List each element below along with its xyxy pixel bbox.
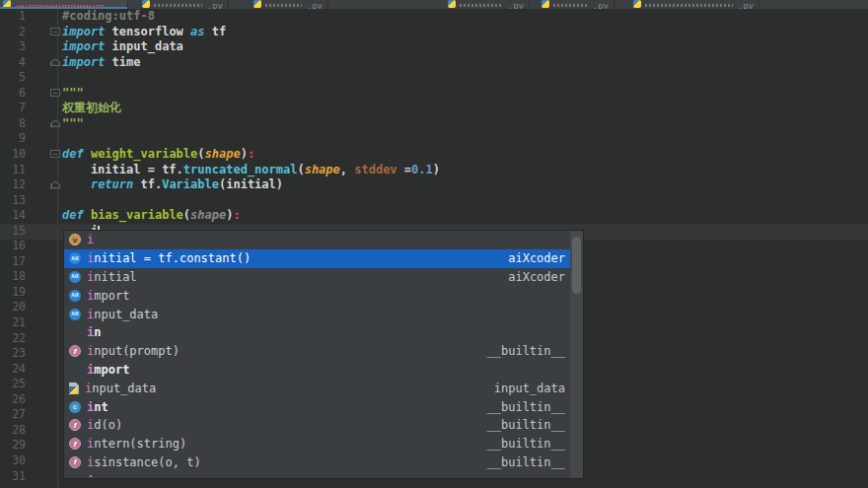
code-line[interactable]: import input_data bbox=[62, 39, 183, 55]
line-number[interactable]: 22 bbox=[2, 331, 26, 347]
completion-item-label: intern(string) bbox=[87, 437, 186, 451]
line-number[interactable]: 1 bbox=[2, 9, 26, 25]
line-number[interactable]: 19 bbox=[2, 285, 26, 301]
completion-item[interactable]: finput(prompt)__builtin__ bbox=[64, 342, 583, 361]
tab-label-suffix: .py bbox=[207, 1, 223, 9]
completion-item[interactable]: AiXinitialaiXcoder bbox=[64, 268, 583, 287]
code-line[interactable]: import time bbox=[62, 55, 140, 71]
code-token: import bbox=[62, 55, 105, 69]
completion-item-label: initial = tf.constant() bbox=[87, 251, 251, 265]
line-number[interactable]: 16 bbox=[2, 239, 26, 254]
fold-end-icon[interactable] bbox=[50, 58, 60, 66]
tab-file[interactable]: .py bbox=[229, 0, 328, 9]
code-token: ) bbox=[433, 163, 440, 176]
completion-item[interactable]: import bbox=[64, 361, 583, 380]
completion-item-label: initial bbox=[87, 270, 137, 284]
fold-end-icon[interactable] bbox=[50, 119, 60, 127]
code-token: import bbox=[62, 39, 105, 53]
line-number[interactable]: 4 bbox=[2, 55, 26, 71]
code-line[interactable]: initial = tf.truncated_normal(shape, std… bbox=[62, 163, 440, 178]
completion-item[interactable]: in bbox=[64, 323, 583, 342]
completion-item[interactable]: fintern(string)__builtin__ bbox=[64, 435, 583, 453]
line-number[interactable]: 27 bbox=[2, 407, 26, 423]
function-icon: f bbox=[69, 456, 81, 468]
tab-file[interactable]: .py bbox=[530, 0, 615, 9]
code-line[interactable]: def bias_variable(shape): bbox=[62, 208, 241, 224]
line-number[interactable]: 29 bbox=[2, 438, 26, 453]
code-line[interactable]: """ bbox=[62, 116, 84, 132]
line-number[interactable]: 5 bbox=[2, 70, 26, 86]
completion-item-rest: d(o) bbox=[94, 418, 122, 432]
line-number[interactable]: 10 bbox=[2, 147, 26, 163]
completion-item[interactable]: fid(o)__builtin__ bbox=[64, 416, 583, 435]
line-number[interactable]: 12 bbox=[2, 177, 26, 193]
completion-item-label: in bbox=[87, 325, 101, 339]
completion-item[interactable]: fisinstance(o, t)__builtin__ bbox=[64, 453, 583, 472]
line-number[interactable]: 8 bbox=[2, 116, 26, 132]
tab-bar: .py.py.py.py.py bbox=[0, 0, 868, 9]
code-line[interactable]: #coding:utf-8 bbox=[62, 9, 155, 25]
line-number[interactable]: 21 bbox=[2, 315, 26, 331]
line-number[interactable]: 7 bbox=[2, 101, 26, 116]
fold-expanded-icon[interactable] bbox=[50, 150, 60, 158]
line-number[interactable]: 15 bbox=[2, 224, 26, 240]
code-token: : bbox=[248, 147, 254, 161]
tab-file[interactable]: .py bbox=[128, 0, 229, 9]
fold-end-icon[interactable] bbox=[50, 181, 60, 189]
fold-expanded-icon[interactable] bbox=[50, 89, 60, 97]
completion-item-rest: nitial = tf.constant() bbox=[94, 251, 251, 265]
completion-item[interactable]: AiXimport bbox=[64, 286, 583, 305]
code-line[interactable]: return tf.Variable(initial) bbox=[62, 177, 283, 193]
line-number[interactable]: 9 bbox=[2, 131, 26, 147]
completion-item-origin: aiXcoder bbox=[508, 270, 565, 284]
line-number[interactable]: 24 bbox=[2, 362, 26, 378]
completion-item[interactable]: AiXinput_data bbox=[64, 305, 583, 323]
completion-item[interactable]: cint__builtin__ bbox=[64, 397, 583, 416]
line-number[interactable]: 11 bbox=[2, 163, 26, 178]
line-number[interactable]: 31 bbox=[2, 469, 26, 485]
popup-scrollbar-thumb[interactable] bbox=[572, 237, 581, 294]
error-underline bbox=[17, 5, 104, 8]
completion-item[interactable]: input_datainput_data bbox=[64, 379, 583, 397]
completion-popup[interactable]: viAiXinitial = tf.constant()aiXcoderAiXi… bbox=[63, 230, 584, 479]
code-token: 0.1 bbox=[411, 163, 433, 176]
completion-item[interactable]: AiXinitial = tf.constant()aiXcoder bbox=[64, 249, 583, 268]
line-number[interactable]: 30 bbox=[2, 453, 26, 469]
code-line[interactable]: import tensorflow as tf bbox=[62, 25, 226, 40]
fold-expanded-icon[interactable] bbox=[50, 28, 60, 35]
code-token bbox=[84, 208, 91, 222]
line-number[interactable]: 18 bbox=[2, 269, 26, 285]
line-number[interactable]: 25 bbox=[2, 377, 26, 392]
tab-file[interactable]: .py bbox=[328, 0, 530, 9]
code-token: ( bbox=[197, 147, 204, 161]
tab-label-suffix: .py bbox=[593, 1, 609, 9]
tab-label-suffix: .py bbox=[508, 1, 524, 9]
python-file-icon bbox=[142, 0, 150, 8]
code-token: #coding:utf-8 bbox=[62, 9, 155, 23]
completion-item-rest: n bbox=[94, 325, 101, 339]
code-token: truncated_normal bbox=[183, 163, 298, 176]
line-number[interactable]: 26 bbox=[2, 392, 26, 408]
line-number[interactable]: 23 bbox=[2, 346, 26, 362]
tab-active-file[interactable] bbox=[0, 0, 128, 9]
line-number[interactable]: 20 bbox=[2, 300, 26, 315]
code-line[interactable]: def weight_variable(shape): bbox=[62, 147, 254, 163]
function-icon: f bbox=[69, 438, 81, 450]
line-number[interactable]: 17 bbox=[2, 254, 26, 270]
completion-item-rest: s bbox=[94, 474, 101, 479]
line-number[interactable]: 28 bbox=[2, 423, 26, 439]
line-number[interactable]: 14 bbox=[2, 208, 26, 224]
tab-file[interactable]: .py bbox=[615, 0, 760, 9]
line-number[interactable]: 6 bbox=[2, 86, 26, 102]
completion-item[interactable]: is bbox=[64, 471, 583, 479]
line-number[interactable]: 2 bbox=[2, 25, 26, 40]
ide-window: .py.py.py.py.py 123456789101112131415161… bbox=[0, 0, 868, 488]
code-line[interactable]: 权重初始化 bbox=[62, 101, 121, 116]
line-number[interactable]: 3 bbox=[2, 39, 26, 55]
code-line[interactable]: """ bbox=[62, 86, 84, 102]
line-number[interactable]: 13 bbox=[2, 193, 26, 209]
python-file-icon bbox=[69, 383, 79, 394]
popup-scrollbar-track[interactable] bbox=[570, 231, 583, 479]
completion-item[interactable]: vi bbox=[64, 231, 583, 249]
matched-prefix: i bbox=[87, 233, 94, 246]
